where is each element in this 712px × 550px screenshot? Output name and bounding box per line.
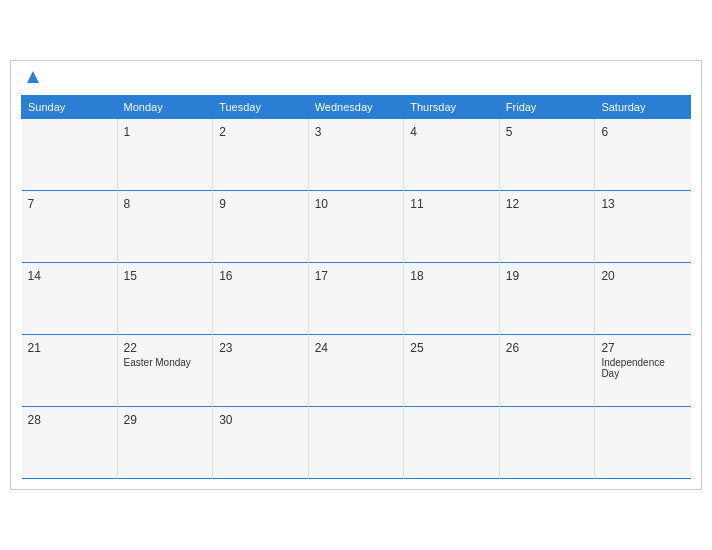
day-number: 10 (315, 197, 398, 211)
day-number: 21 (28, 341, 111, 355)
logo-triangle-icon (27, 71, 39, 83)
calendar-day-cell: 3 (308, 119, 404, 191)
day-number: 15 (124, 269, 207, 283)
day-number: 28 (28, 413, 111, 427)
calendar-day-cell: 15 (117, 263, 213, 335)
day-number: 12 (506, 197, 589, 211)
calendar-week-row: 123456 (22, 119, 691, 191)
weekday-header-row: SundayMondayTuesdayWednesdayThursdayFrid… (22, 96, 691, 119)
calendar-week-row: 14151617181920 (22, 263, 691, 335)
event-label: Independence Day (601, 357, 684, 379)
calendar-day-cell: 14 (22, 263, 118, 335)
day-number: 5 (506, 125, 589, 139)
calendar-day-cell: 26 (499, 335, 595, 407)
day-number: 7 (28, 197, 111, 211)
calendar-week-row: 282930 (22, 407, 691, 479)
calendar-day-cell: 21 (22, 335, 118, 407)
calendar-day-cell (308, 407, 404, 479)
calendar-day-cell (404, 407, 500, 479)
event-label: Easter Monday (124, 357, 207, 368)
day-number: 25 (410, 341, 493, 355)
day-number: 30 (219, 413, 302, 427)
weekday-header: Monday (117, 96, 213, 119)
calendar-day-cell: 7 (22, 191, 118, 263)
day-number: 29 (124, 413, 207, 427)
calendar-day-cell: 5 (499, 119, 595, 191)
calendar-day-cell: 17 (308, 263, 404, 335)
calendar-day-cell (595, 407, 691, 479)
logo-general (25, 71, 39, 85)
calendar-day-cell: 11 (404, 191, 500, 263)
day-number: 13 (601, 197, 684, 211)
logo (25, 71, 39, 85)
calendar-week-row: 78910111213 (22, 191, 691, 263)
weekday-header: Tuesday (213, 96, 309, 119)
calendar-day-cell: 9 (213, 191, 309, 263)
day-number: 14 (28, 269, 111, 283)
day-number: 11 (410, 197, 493, 211)
weekday-header: Thursday (404, 96, 500, 119)
calendar-day-cell: 10 (308, 191, 404, 263)
calendar-day-cell: 8 (117, 191, 213, 263)
calendar-day-cell: 19 (499, 263, 595, 335)
calendar-day-cell: 24 (308, 335, 404, 407)
calendar-tbody: 12345678910111213141516171819202122Easte… (22, 119, 691, 479)
calendar-day-cell: 27Independence Day (595, 335, 691, 407)
day-number: 9 (219, 197, 302, 211)
day-number: 22 (124, 341, 207, 355)
calendar-day-cell: 1 (117, 119, 213, 191)
calendar-day-cell: 20 (595, 263, 691, 335)
day-number: 23 (219, 341, 302, 355)
calendar-day-cell: 29 (117, 407, 213, 479)
day-number: 24 (315, 341, 398, 355)
calendar-day-cell: 23 (213, 335, 309, 407)
weekday-header: Sunday (22, 96, 118, 119)
calendar-day-cell: 12 (499, 191, 595, 263)
calendar-day-cell: 6 (595, 119, 691, 191)
day-number: 27 (601, 341, 684, 355)
calendar-week-row: 2122Easter Monday2324252627Independence … (22, 335, 691, 407)
calendar-container: SundayMondayTuesdayWednesdayThursdayFrid… (10, 60, 702, 490)
day-number: 2 (219, 125, 302, 139)
day-number: 16 (219, 269, 302, 283)
calendar-day-cell: 2 (213, 119, 309, 191)
calendar-day-cell: 13 (595, 191, 691, 263)
day-number: 1 (124, 125, 207, 139)
weekday-header: Wednesday (308, 96, 404, 119)
calendar-day-cell: 16 (213, 263, 309, 335)
calendar-day-cell (499, 407, 595, 479)
calendar-table: SundayMondayTuesdayWednesdayThursdayFrid… (21, 95, 691, 479)
calendar-day-cell: 18 (404, 263, 500, 335)
day-number: 18 (410, 269, 493, 283)
day-number: 6 (601, 125, 684, 139)
day-number: 17 (315, 269, 398, 283)
calendar-thead: SundayMondayTuesdayWednesdayThursdayFrid… (22, 96, 691, 119)
day-number: 4 (410, 125, 493, 139)
day-number: 3 (315, 125, 398, 139)
calendar-day-cell: 30 (213, 407, 309, 479)
day-number: 26 (506, 341, 589, 355)
calendar-day-cell: 28 (22, 407, 118, 479)
calendar-day-cell: 25 (404, 335, 500, 407)
calendar-header (21, 71, 691, 85)
calendar-day-cell (22, 119, 118, 191)
weekday-header: Friday (499, 96, 595, 119)
day-number: 19 (506, 269, 589, 283)
weekday-header: Saturday (595, 96, 691, 119)
day-number: 20 (601, 269, 684, 283)
calendar-day-cell: 4 (404, 119, 500, 191)
day-number: 8 (124, 197, 207, 211)
calendar-day-cell: 22Easter Monday (117, 335, 213, 407)
